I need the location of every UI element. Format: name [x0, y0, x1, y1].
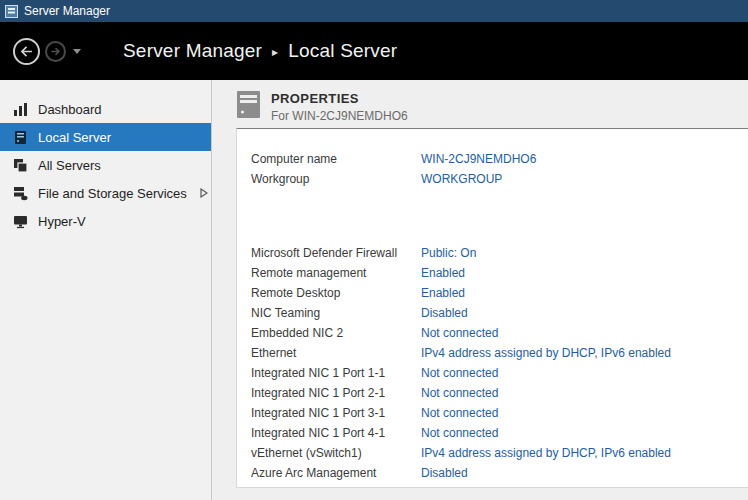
sidebar-item-label: Hyper-V [38, 214, 86, 229]
content-area: PROPERTIES For WIN-2CJ9NEMDHO6 Computer … [212, 80, 748, 500]
property-value-link[interactable]: Disabled [421, 306, 468, 320]
local-server-icon [13, 130, 28, 145]
property-label: Microsoft Defender Firewall [251, 246, 421, 260]
property-value-link[interactable]: Disabled [421, 466, 468, 480]
all-servers-icon [13, 158, 28, 173]
property-label: Ethernet [251, 346, 421, 360]
property-value-link[interactable]: Not connected [421, 366, 498, 380]
hyperv-icon [13, 214, 28, 229]
property-row: Computer name WIN-2CJ9NEMDHO6 [251, 149, 748, 169]
property-value-link[interactable]: WIN-2CJ9NEMDHO6 [421, 152, 536, 166]
properties-group-spacer [251, 189, 748, 243]
identity-properties: Computer name WIN-2CJ9NEMDHO6 Workgroup … [251, 149, 748, 189]
titlebar: Server Manager [0, 0, 748, 22]
app-icon [5, 5, 18, 18]
sidebar-item-dashboard[interactable]: Dashboard [0, 95, 211, 123]
sidebar-item-local-server[interactable]: Local Server [0, 123, 211, 151]
property-row: Microsoft Defender Firewall Public: On [251, 243, 748, 263]
property-label: Integrated NIC 1 Port 3-1 [251, 406, 421, 420]
breadcrumb-current: Local Server [288, 40, 397, 62]
sidebar: Dashboard Local Server All Servers File … [0, 80, 212, 500]
property-value-link[interactable]: IPv4 address assigned by DHCP, IPv6 enab… [421, 446, 671, 460]
properties-panel: Computer name WIN-2CJ9NEMDHO6 Workgroup … [236, 128, 748, 488]
properties-subtitle: For WIN-2CJ9NEMDHO6 [271, 109, 408, 123]
property-row: Remote management Enabled [251, 263, 748, 283]
file-storage-icon [13, 186, 28, 201]
property-label: Azure Arc Management [251, 466, 421, 480]
property-row: Integrated NIC 1 Port 1-1 Not connected [251, 363, 748, 383]
property-value-link[interactable]: Enabled [421, 266, 465, 280]
property-row: NIC Teaming Disabled [251, 303, 748, 323]
property-label: NIC Teaming [251, 306, 421, 320]
property-value-link[interactable]: Not connected [421, 426, 498, 440]
properties-header: PROPERTIES For WIN-2CJ9NEMDHO6 [236, 91, 408, 123]
property-row: Workgroup WORKGROUP [251, 169, 748, 189]
property-value-link[interactable]: IPv4 address assigned by DHCP, IPv6 enab… [421, 346, 671, 360]
sidebar-item-label: Dashboard [38, 102, 102, 117]
property-label: vEthernet (vSwitch1) [251, 446, 421, 460]
sidebar-item-label: All Servers [38, 158, 101, 173]
property-row: Remote Desktop Enabled [251, 283, 748, 303]
sidebar-item-hyper-v[interactable]: Hyper-V [0, 207, 211, 235]
forward-arrow-icon [50, 46, 61, 57]
forward-button[interactable] [45, 41, 66, 62]
window-title: Server Manager [24, 4, 110, 18]
properties-title: PROPERTIES [271, 91, 408, 106]
sidebar-item-all-servers[interactable]: All Servers [0, 151, 211, 179]
server-manager-window: Server Manager Server Manager ▸ Local Se… [0, 0, 748, 500]
property-value-link[interactable]: Not connected [421, 326, 498, 340]
property-label: Workgroup [251, 172, 421, 186]
breadcrumb-root[interactable]: Server Manager [123, 40, 262, 62]
property-value-link[interactable]: WORKGROUP [421, 172, 502, 186]
property-label: Integrated NIC 1 Port 2-1 [251, 386, 421, 400]
property-label: Integrated NIC 1 Port 1-1 [251, 366, 421, 380]
property-value-link[interactable]: Enabled [421, 286, 465, 300]
property-label: Integrated NIC 1 Port 4-1 [251, 426, 421, 440]
back-button[interactable] [13, 38, 40, 65]
navigation-bar: Server Manager ▸ Local Server [0, 22, 748, 80]
main-body: Dashboard Local Server All Servers File … [0, 80, 748, 500]
property-row: Integrated NIC 1 Port 4-1 Not connected [251, 423, 748, 443]
property-row: Ethernet IPv4 address assigned by DHCP, … [251, 343, 748, 363]
property-label: Embedded NIC 2 [251, 326, 421, 340]
property-label: Remote management [251, 266, 421, 280]
expand-arrow-icon[interactable] [200, 188, 208, 198]
sidebar-item-label: Local Server [38, 130, 111, 145]
properties-tile-icon [236, 91, 261, 123]
property-row: Azure Arc Management Disabled [251, 463, 748, 483]
property-row: Integrated NIC 1 Port 3-1 Not connected [251, 403, 748, 423]
property-value-link[interactable]: Public: On [421, 246, 476, 260]
property-label: Computer name [251, 152, 421, 166]
dashboard-icon [13, 102, 28, 117]
property-row: Integrated NIC 1 Port 2-1 Not connected [251, 383, 748, 403]
properties-titles: PROPERTIES For WIN-2CJ9NEMDHO6 [271, 91, 408, 123]
property-row: Embedded NIC 2 Not connected [251, 323, 748, 343]
status-properties: Microsoft Defender Firewall Public: On R… [251, 243, 748, 483]
property-value-link[interactable]: Not connected [421, 386, 498, 400]
breadcrumb: Server Manager ▸ Local Server [123, 40, 397, 62]
breadcrumb-separator-icon: ▸ [272, 45, 278, 59]
sidebar-item-file-storage-services[interactable]: File and Storage Services [0, 179, 211, 207]
property-label: Remote Desktop [251, 286, 421, 300]
sidebar-item-label: File and Storage Services [38, 186, 187, 201]
property-row: vEthernet (vSwitch1) IPv4 address assign… [251, 443, 748, 463]
back-arrow-icon [19, 44, 34, 59]
property-value-link[interactable]: Not connected [421, 406, 498, 420]
nav-dropdown-caret-icon[interactable] [73, 49, 81, 54]
